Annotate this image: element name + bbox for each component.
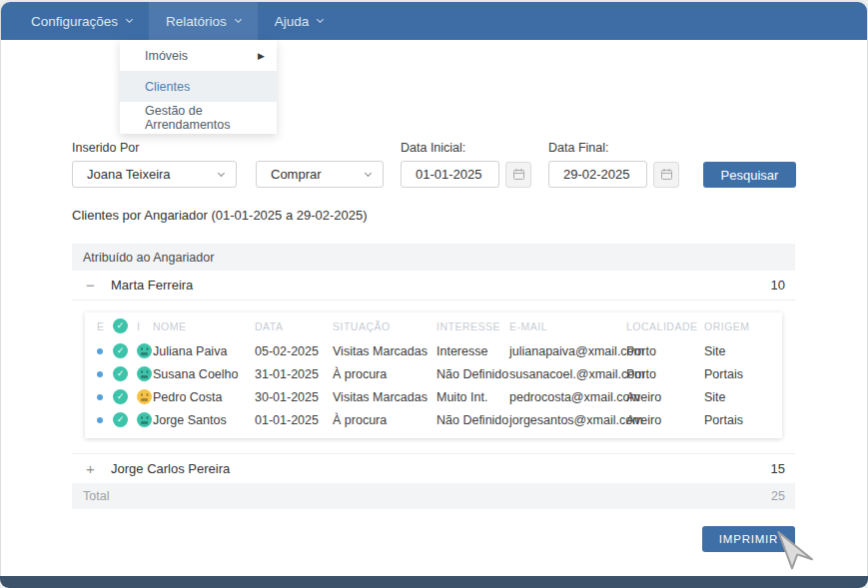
pesquisar-button[interactable]: Pesquisar	[703, 162, 796, 188]
table-row[interactable]: Juliana Paiva 05-02-2025 Visitas Marcada…	[85, 339, 782, 362]
col-header-data: DATA	[255, 320, 333, 332]
col-header-nome: NOME	[153, 320, 255, 332]
mood-face-icon	[137, 366, 152, 381]
col-header-interesse: INTERESSE	[436, 320, 509, 332]
cell-situation: Visitas Marcadas	[333, 344, 436, 358]
cell-name: Jorge Santos	[153, 413, 255, 427]
menu-item-gestao-arrendamentos[interactable]: Gestão de Arrendamentos	[120, 102, 277, 133]
top-navbar: Configurações Relatórios Ajuda	[1, 2, 867, 40]
relatorios-dropdown-menu: Imóveis ▶ Clientes Gestão de Arrendament…	[120, 40, 277, 134]
cell-name: Juliana Paiva	[153, 344, 255, 358]
menu-item-label: Imóveis	[145, 49, 188, 63]
inserido-por-label: Inserido Por	[72, 141, 237, 155]
group-row-jorge-carlos-pereira[interactable]: + Jorge Carlos Pereira 15	[72, 453, 795, 483]
group-count: 15	[771, 461, 785, 476]
menu-item-label: Clientes	[145, 80, 190, 94]
table-row[interactable]: Jorge Santos 01-01-2025 À procura Não De…	[85, 408, 782, 431]
report-title: Clientes por Angariador (01-01-2025 a 29…	[72, 208, 368, 223]
check-circle-icon	[113, 366, 128, 381]
cell-origin: Portais	[704, 413, 782, 427]
submenu-arrow-icon: ▶	[258, 51, 265, 61]
status-dot-icon	[97, 394, 103, 400]
status-dot-icon	[97, 417, 103, 423]
cell-origin: Site	[704, 390, 782, 404]
total-value: 25	[771, 489, 785, 503]
table-row[interactable]: Susana Coelho 31-01-2025 À procura Não D…	[85, 362, 782, 385]
group-count: 10	[771, 278, 785, 293]
cell-locality: Porto	[626, 367, 704, 381]
group-name: Jorge Carlos Pereira	[111, 461, 230, 476]
chevron-down-icon	[235, 16, 242, 23]
tipo-value: Comprar	[271, 167, 322, 182]
check-circle-icon	[113, 343, 128, 358]
collapse-icon[interactable]: −	[86, 279, 100, 293]
col-header-situacao: SITUAÇÃO	[333, 320, 436, 332]
cell-situation: Visitas Marcadas	[333, 390, 436, 404]
col-header-i: I	[137, 320, 153, 332]
menu-item-clientes[interactable]: Clientes	[120, 71, 277, 102]
check-circle-icon	[113, 412, 128, 427]
data-final-input[interactable]	[548, 161, 647, 188]
nav-item-label: Relatórios	[166, 14, 227, 29]
cell-email: jorgesantos@xmail.com	[509, 413, 626, 427]
menu-item-imoveis[interactable]: Imóveis ▶	[120, 40, 277, 71]
menu-item-label: Gestão de Arrendamentos	[145, 104, 265, 132]
check-circle-icon	[113, 389, 128, 404]
nav-item-relatorios[interactable]: Relatórios	[149, 2, 258, 40]
table-row[interactable]: Pedro Costa 30-01-2025 Visitas Marcadas …	[85, 385, 782, 408]
group-name: Marta Ferreira	[111, 278, 193, 293]
col-header-origem: ORIGEM	[704, 320, 782, 332]
data-inicial-input[interactable]	[401, 161, 499, 188]
check-circle-icon	[113, 318, 128, 333]
window-bottom-edge	[0, 576, 868, 588]
filter-bar: Inserido Por Joana Teixeira Comprar Data…	[72, 141, 796, 188]
nav-item-label: Ajuda	[275, 14, 310, 29]
group-column-header: Atribuído ao Angariador	[72, 244, 795, 271]
report-table: Atribuído ao Angariador − Marta Ferreira…	[72, 244, 795, 509]
imprimir-button[interactable]: IMPRIMIR	[702, 526, 795, 552]
calendar-icon	[512, 168, 525, 181]
cell-locality: Aveiro	[626, 390, 704, 404]
cell-date: 01-01-2025	[255, 413, 333, 427]
clients-table: E I NOME DATA SITUAÇÃO INTERESSE E-MAIL …	[85, 312, 782, 438]
cell-origin: Site	[704, 344, 782, 358]
data-inicial-calendar-button[interactable]	[505, 162, 531, 188]
nav-item-ajuda[interactable]: Ajuda	[258, 2, 341, 40]
data-final-label: Data Final:	[548, 141, 679, 155]
calendar-icon	[660, 168, 673, 181]
col-header-e: E	[97, 320, 113, 332]
cell-interest: Interesse	[436, 344, 509, 358]
tipo-select[interactable]: Comprar	[256, 161, 384, 188]
total-row: Total 25	[72, 483, 795, 509]
data-inicial-label: Data Inicial:	[401, 141, 531, 155]
chevron-down-icon	[126, 16, 133, 23]
mood-face-icon	[137, 389, 152, 404]
expand-icon[interactable]: +	[86, 462, 100, 476]
mood-face-icon	[137, 343, 152, 358]
cell-name: Pedro Costa	[153, 390, 255, 404]
cell-locality: Porto	[626, 344, 704, 358]
cell-interest: Muito Int.	[436, 390, 509, 404]
status-dot-icon	[97, 348, 103, 354]
status-dot-icon	[97, 371, 103, 377]
cell-email: susanacoel.@xmail.com	[509, 367, 626, 381]
cell-origin: Portais	[704, 367, 782, 381]
nav-item-label: Configurações	[31, 14, 118, 29]
nav-item-configuracoes[interactable]: Configurações	[14, 2, 149, 40]
data-final-calendar-button[interactable]	[653, 162, 679, 188]
cell-interest: Não Definido	[436, 367, 509, 381]
col-header-localidade: LOCALIDADE	[626, 320, 704, 332]
inserido-por-value: Joana Teixeira	[87, 167, 171, 182]
cell-interest: Não Definido	[436, 413, 509, 427]
cell-date: 05-02-2025	[255, 344, 333, 358]
cell-date: 31-01-2025	[255, 367, 333, 381]
clients-table-header: E I NOME DATA SITUAÇÃO INTERESSE E-MAIL …	[85, 312, 782, 339]
cell-situation: À procura	[333, 367, 436, 381]
inserido-por-select[interactable]: Joana Teixeira	[72, 161, 237, 188]
cell-email: julianapaiva@xmail.com	[509, 344, 626, 358]
chevron-down-icon	[317, 16, 324, 23]
group-row-marta-ferreira[interactable]: − Marta Ferreira 10	[72, 271, 795, 300]
col-header-email: E-MAIL	[509, 320, 626, 332]
total-label: Total	[83, 489, 109, 503]
chevron-down-icon	[218, 169, 225, 176]
